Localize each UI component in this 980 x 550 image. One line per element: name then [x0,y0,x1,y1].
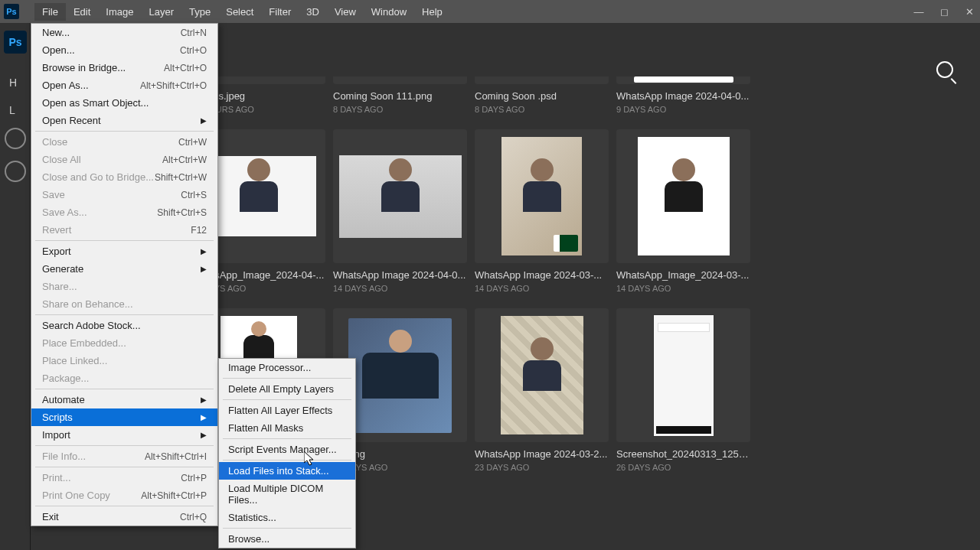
file-title: WhatsApp Image 2024-03-2... [475,448,609,460]
file-title: Coming Soon .psd [475,90,609,102]
menu-type[interactable]: Type [181,3,218,21]
file-menu-item[interactable]: Scripts▶ [31,408,217,426]
window-controls: — ◻ ✕ [912,5,976,18]
recent-file-card[interactable]: Coming Soon 111.png 8 DAYS AGO [333,76,467,114]
file-time: 14 DAYS AGO [616,284,750,293]
left-sidebar: Ps H L [0,23,31,550]
file-menu-item[interactable]: Automate▶ [31,391,217,408]
file-title: Screenshot_20240313_1256... [616,448,750,460]
file-menu-item[interactable]: Open As...Alt+Shift+Ctrl+O [31,76,217,94]
menu-filter[interactable]: Filter [261,3,299,21]
file-menu-item: CloseCtrl+W [31,133,217,151]
menu-help[interactable]: Help [414,3,450,21]
file-time: 26 DAYS AGO [616,463,750,472]
photoshop-app-icon: Ps [4,31,27,54]
recent-file-card[interactable]: WhatsApp Image 2024-04-0... 14 DAYS AGO [333,129,467,293]
file-menu-item: Print...Ctrl+P [31,469,217,487]
close-icon[interactable]: ✕ [962,5,976,18]
scripts-menu-item[interactable]: Flatten All Layer Effects [219,402,355,419]
file-title: WhatsApp_Image_2024-03-... [616,269,750,281]
recent-file-card[interactable]: Coming Soon .psd 8 DAYS AGO [475,76,609,114]
maximize-icon[interactable]: ◻ [937,5,951,18]
sidebar-tool-circle-1[interactable] [5,128,26,149]
file-menu-item[interactable]: Generate▶ [31,260,217,278]
scripts-menu-item[interactable]: Image Processor... [219,359,355,376]
file-menu-item[interactable]: Export▶ [31,242,217,260]
thumb-preview [348,318,452,433]
file-menu-item: RevertF12 [31,221,217,239]
file-menu-item[interactable]: Search Adobe Stock... [31,317,217,334]
file-menu-item: Close AllAlt+Ctrl+W [31,151,217,168]
scripts-submenu: Image Processor...Delete All Empty Layer… [218,358,356,548]
search-icon[interactable] [936,61,953,78]
thumb-preview [339,155,462,238]
file-menu-item: Save As...Shift+Ctrl+S [31,203,217,221]
thumb-preview [201,156,316,236]
thumb-preview [638,137,730,255]
file-menu-item: File Info...Alt+Shift+Ctrl+I [31,447,217,465]
recent-file-card[interactable]: WhatsApp Image 2024-03-... 14 DAYS AGO [475,129,609,293]
scripts-menu-item[interactable]: Load Files into Stack... [219,462,355,480]
file-menu-item[interactable]: Open as Smart Object... [31,94,217,112]
scripts-menu-item[interactable]: Browse... [219,530,355,548]
file-time: 14 DAYS AGO [475,284,609,293]
file-time: 8 DAYS AGO [475,105,609,114]
menu-edit[interactable]: Edit [66,3,98,21]
recent-file-card[interactable]: WhatsApp_Image_2024-03-... 14 DAYS AGO [616,129,750,293]
scripts-menu-item[interactable]: Delete All Empty Layers [219,380,355,398]
titlebar: Ps File Edit Image Layer Type Select Fil… [0,0,980,23]
file-menu-item[interactable]: New...Ctrl+N [31,24,217,41]
file-menu-item[interactable]: Open Recent▶ [31,112,217,129]
file-menu-item[interactable]: Browse in Bridge...Alt+Ctrl+O [31,59,217,76]
file-title: WhatsApp Image 2024-04-0... [333,269,467,281]
flag-icon [554,235,578,252]
scripts-menu-item[interactable]: Load Multiple DICOM Files... [219,480,355,509]
file-menu-item: Place Embedded... [31,334,217,352]
file-time: 23 DAYS AGO [475,463,609,472]
menu-window[interactable]: Window [364,3,414,21]
sidebar-tool-circle-2[interactable] [5,161,26,182]
sidebar-learn-tab[interactable]: L [0,89,30,116]
file-menu-dropdown: New...Ctrl+NOpen...Ctrl+OBrowse in Bridg… [31,23,218,526]
scripts-menu-item[interactable]: Script Events Manager... [219,441,355,458]
photoshop-small-icon: Ps [4,4,19,19]
file-menu-item[interactable]: Open...Ctrl+O [31,41,217,59]
file-menu-item: Share on Behance... [31,295,217,313]
sidebar-home-tab[interactable]: H [0,61,30,89]
file-title: Coming Soon 111.png [333,90,467,102]
thumb-preview [634,76,733,83]
file-menu-item: SaveCtrl+S [31,186,217,203]
menu-image[interactable]: Image [98,3,141,21]
file-menu-item[interactable]: ExitCtrl+Q [31,508,217,526]
scripts-menu-item[interactable]: Statistics... [219,509,355,526]
recent-file-card[interactable]: Screenshot_20240313_1256... 26 DAYS AGO [616,308,750,472]
menu-3d[interactable]: 3D [299,3,327,21]
file-title: WhatsApp Image 2024-04-0... [616,90,750,102]
file-menu-item: Package... [31,369,217,387]
menu-layer[interactable]: Layer [142,3,182,21]
file-time: 9 DAYS AGO [616,105,750,114]
thumb-preview [501,316,583,434]
file-title: WhatsApp Image 2024-03-... [475,269,609,281]
file-time: 14 DAYS AGO [333,284,467,293]
file-menu-item: Close and Go to Bridge...Shift+Ctrl+W [31,168,217,186]
menu-select[interactable]: Select [218,3,261,21]
thumb-preview [653,314,714,437]
menu-file[interactable]: File [34,3,66,21]
file-menu-item: Share... [31,278,217,295]
thumb-preview [501,137,582,255]
recent-file-card[interactable]: WhatsApp Image 2024-03-2... 23 DAYS AGO [475,308,609,472]
menubar: File Edit Image Layer Type Select Filter… [34,3,450,21]
scripts-menu-item[interactable]: Flatten All Masks [219,419,355,437]
menu-view[interactable]: View [327,3,364,21]
file-menu-item: Place Linked... [31,352,217,369]
minimize-icon[interactable]: — [912,5,926,18]
file-menu-item: Print One CopyAlt+Shift+Ctrl+P [31,487,217,504]
recent-file-card[interactable]: WhatsApp Image 2024-04-0... 9 DAYS AGO [616,76,750,114]
file-menu-item[interactable]: Import▶ [31,426,217,444]
file-time: 8 DAYS AGO [333,105,467,114]
